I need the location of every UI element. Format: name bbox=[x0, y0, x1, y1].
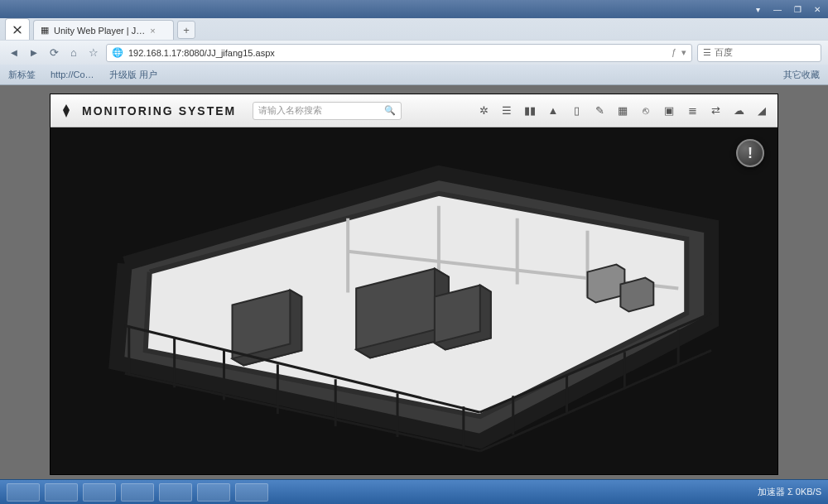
bookmark-item[interactable]: 升级版 用户 bbox=[109, 69, 157, 81]
chart-icon[interactable]: ▮▮ bbox=[522, 103, 537, 118]
nav-star-button[interactable]: ☆ bbox=[86, 46, 101, 60]
tabstrip: ▦ Unity Web Player | J… × + bbox=[0, 18, 828, 40]
dropdown-icon[interactable]: ▾ bbox=[681, 47, 686, 58]
tray-text: 加速器 Σ 0KB/S bbox=[758, 486, 821, 498]
nav-reload-button[interactable]: ⟳ bbox=[46, 46, 61, 60]
svg-point-0 bbox=[16, 28, 18, 31]
window-maximize-button[interactable]: ❐ bbox=[792, 5, 803, 14]
app-header: MONITORING SYSTEM 请输入名称搜索 🔍 ✲ ☰ ▮▮ ▲ ▯ ✎… bbox=[51, 94, 777, 127]
system-tray[interactable]: 加速器 Σ 0KB/S bbox=[758, 486, 821, 498]
nav-back-button[interactable]: ◄ bbox=[7, 46, 22, 60]
tab-close-icon[interactable]: × bbox=[150, 26, 155, 36]
app-title: MONITORING SYSTEM bbox=[82, 104, 236, 118]
expand-icon[interactable]: ▣ bbox=[662, 103, 676, 118]
grid-icon[interactable]: ▦ bbox=[615, 103, 630, 118]
app-search-input[interactable]: 请输入名称搜索 🔍 bbox=[253, 102, 402, 120]
nav-home-button[interactable]: ⌂ bbox=[66, 46, 81, 60]
cloud-icon[interactable]: ☁ bbox=[731, 103, 746, 118]
os-taskbar: 加速器 Σ 0KB/S bbox=[0, 479, 828, 504]
menu-icon[interactable]: ≣ bbox=[685, 103, 700, 118]
taskbar-item[interactable] bbox=[121, 483, 154, 502]
svg-marker-1 bbox=[63, 104, 70, 118]
gear-icon[interactable]: ✲ bbox=[476, 103, 491, 118]
edit-icon[interactable]: ✎ bbox=[592, 103, 607, 118]
fan-icon bbox=[9, 22, 26, 38]
window-minimize-button[interactable]: — bbox=[772, 5, 783, 14]
svg-marker-16 bbox=[620, 278, 653, 312]
bookmark-item[interactable]: http://Co… bbox=[51, 70, 94, 79]
search-engine-label: 百度 bbox=[715, 46, 733, 59]
nav-forward-button[interactable]: ► bbox=[26, 46, 41, 60]
window-titlebar: ▾ — ❐ ✕ bbox=[0, 0, 828, 18]
3d-viewport[interactable]: ! bbox=[51, 127, 777, 474]
list-icon[interactable]: ☰ bbox=[499, 103, 514, 118]
tab-favicon: ▦ bbox=[41, 25, 49, 36]
zoom-icon[interactable]: ƒ bbox=[672, 47, 676, 58]
tab-title: Unity Web Player | J… bbox=[54, 26, 145, 36]
bookmark-other[interactable]: 其它收藏 bbox=[783, 69, 820, 81]
monitoring-app: MONITORING SYSTEM 请输入名称搜索 🔍 ✲ ☰ ▮▮ ▲ ▯ ✎… bbox=[50, 94, 778, 475]
browser-app-badge[interactable] bbox=[5, 18, 30, 40]
address-bar: ◄ ► ⟳ ⌂ ☆ 🌐 192.168.1.17:8080/JJ_jifang1… bbox=[0, 40, 828, 65]
bookmarks-bar: 新标签 http://Co… 升级版 用户 其它收藏 bbox=[0, 65, 828, 84]
taskbar-item[interactable] bbox=[235, 483, 268, 502]
search-engine-icon: ☰ bbox=[703, 47, 711, 58]
url-text: 192.168.1.17:8080/JJ_jifang15.aspx bbox=[128, 48, 275, 58]
page-background: MONITORING SYSTEM 请输入名称搜索 🔍 ✲ ☰ ▮▮ ▲ ▯ ✎… bbox=[0, 85, 828, 480]
search-icon[interactable]: 🔍 bbox=[384, 105, 396, 116]
swap-icon[interactable]: ⇄ bbox=[708, 103, 723, 118]
url-input[interactable]: 🌐 192.168.1.17:8080/JJ_jifang15.aspx ƒ ▾ bbox=[106, 44, 692, 62]
app-toolbar: ✲ ☰ ▮▮ ▲ ▯ ✎ ▦ ⎋ ▣ ≣ ⇄ ☁ ◢ bbox=[476, 103, 769, 118]
bookmark-item[interactable]: 新标签 bbox=[8, 69, 36, 81]
new-tab-button[interactable]: + bbox=[177, 21, 195, 39]
signal-icon[interactable]: ◢ bbox=[754, 103, 769, 118]
window-menu-icon[interactable]: ▾ bbox=[752, 5, 763, 14]
taskbar-item[interactable] bbox=[197, 483, 230, 502]
browser-chrome: ▾ — ❐ ✕ ▦ Unity Web Player | J… × + ◄ ► … bbox=[0, 0, 828, 85]
url-right-icons: ƒ ▾ bbox=[672, 47, 686, 58]
power-icon[interactable]: ⎋ bbox=[638, 103, 653, 118]
alert-icon[interactable]: ▲ bbox=[546, 103, 561, 118]
battery-icon[interactable]: ▯ bbox=[569, 103, 584, 118]
svg-marker-15 bbox=[587, 265, 624, 303]
3d-scene bbox=[51, 127, 777, 474]
taskbar-item[interactable] bbox=[45, 483, 78, 502]
taskbar-item[interactable] bbox=[7, 483, 40, 502]
browser-search-input[interactable]: ☰ 百度 bbox=[697, 44, 821, 62]
window-close-button[interactable]: ✕ bbox=[811, 5, 823, 14]
globe-icon: 🌐 bbox=[112, 47, 123, 58]
taskbar-item[interactable] bbox=[159, 483, 192, 502]
browser-tab[interactable]: ▦ Unity Web Player | J… × bbox=[33, 20, 174, 40]
app-logo-icon bbox=[59, 103, 74, 118]
taskbar-item[interactable] bbox=[83, 483, 116, 502]
app-search-placeholder: 请输入名称搜索 bbox=[258, 104, 322, 117]
